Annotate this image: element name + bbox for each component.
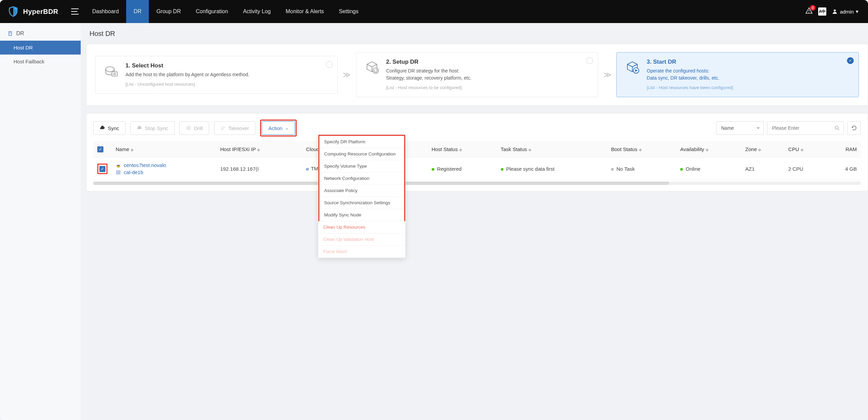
svg-point-1 — [16, 9, 16, 10]
nav-settings[interactable]: Settings — [331, 0, 366, 23]
brand[interactable]: HyperBDR — [0, 6, 66, 17]
action-button[interactable]: Action ⌄ — [262, 121, 295, 135]
svg-marker-25 — [221, 128, 222, 130]
col-host-status[interactable]: Host Status◆ — [428, 141, 497, 158]
filter-field-select[interactable]: Name — [716, 121, 764, 135]
target-icon — [186, 125, 191, 131]
language-switch[interactable]: A中 — [818, 7, 826, 16]
sort-icon: ◆ — [706, 147, 709, 152]
step-select-host[interactable]: 1. Select Host Add the host to the platf… — [95, 56, 338, 94]
status-dot-icon — [432, 168, 434, 171]
refresh-icon — [851, 125, 857, 131]
svg-point-26 — [835, 126, 838, 129]
dd-clean-up-resources[interactable]: Clean Up Resources — [318, 221, 405, 233]
chevron-down-icon: ⌄ — [285, 126, 289, 130]
nav-group-dr[interactable]: Group DR — [149, 0, 188, 23]
linux-icon — [116, 163, 121, 168]
step-check-icon — [847, 57, 854, 64]
svg-rect-5 — [9, 31, 12, 36]
row-checkbox-highlight — [97, 164, 107, 174]
sort-icon: ◆ — [528, 147, 531, 152]
dd-network-configuration[interactable]: Network Configuration — [319, 172, 404, 185]
sort-icon: ◆ — [257, 147, 260, 152]
host-name-link[interactable]: centos7test.novalo — [124, 162, 166, 168]
svg-marker-24 — [224, 126, 225, 128]
step-start-dr[interactable]: 3. Start DR Operate the configured hosts… — [616, 52, 859, 97]
col-ram[interactable]: RAM — [826, 141, 861, 158]
search-icon[interactable] — [834, 125, 840, 131]
dd-specify-volume-type[interactable]: Specify Volume Type — [319, 160, 404, 172]
step-desc: Configure DR strategy for the host: Stra… — [386, 67, 472, 82]
sort-icon: ◆ — [801, 147, 804, 152]
dd-force-abort[interactable]: Force Abort — [318, 246, 405, 258]
search-input[interactable] — [772, 125, 831, 131]
toolbar-card: Sync Stop Sync Drill Takeover Action — [86, 113, 868, 191]
step-desc: Operate the configured hosts: Data sync,… — [647, 67, 733, 82]
user-menu[interactable]: admin ▾ — [832, 8, 859, 15]
col-name[interactable]: Name◆ — [112, 141, 216, 158]
svg-rect-36 — [119, 170, 120, 172]
step-title: 3. Start DR — [647, 59, 733, 65]
step-desc: Add the host to the platform by Agent or… — [125, 71, 250, 78]
dd-clean-up-validation-host[interactable]: Clean Up Validation Host — [318, 233, 405, 246]
cell-host-ip: 192.168.12.167(I — [216, 158, 302, 180]
svg-point-34 — [119, 165, 119, 165]
swap-icon — [220, 125, 226, 131]
nav-configuration[interactable]: Configuration — [188, 0, 235, 23]
setup-icon — [364, 60, 379, 75]
cell-task-status: Please sync data first — [497, 158, 607, 180]
alerts-button[interactable]: 0 — [805, 7, 813, 16]
host-sub-link[interactable]: cal-de1b — [124, 169, 143, 175]
step-setup-dr[interactable]: 2. Setup DR Configure DR strategy for th… — [356, 52, 598, 97]
col-task-status[interactable]: Task Status◆ — [497, 141, 607, 158]
svg-point-3 — [809, 12, 809, 13]
cloud-off-icon — [137, 125, 142, 131]
svg-rect-9 — [11, 33, 11, 34]
dd-modify-sync-node[interactable]: Modify Sync Node — [319, 209, 404, 221]
col-zone[interactable]: Zone◆ — [741, 141, 784, 158]
dd-specify-dr-platform[interactable]: Specify DR Platform — [319, 136, 404, 148]
svg-rect-38 — [119, 173, 120, 174]
takeover-button[interactable]: Takeover — [214, 121, 256, 135]
table-row[interactable]: centos7test.novalo cal-de1b 192.168.12.1… — [93, 158, 861, 180]
svg-rect-8 — [9, 33, 10, 34]
menu-toggle-icon[interactable] — [71, 8, 79, 15]
cell-availability: Online — [676, 158, 741, 180]
horizontal-scrollbar[interactable] — [93, 182, 861, 185]
svg-point-30 — [117, 166, 120, 167]
shield-icon — [7, 6, 19, 17]
svg-line-27 — [838, 129, 839, 130]
refresh-button[interactable] — [847, 121, 861, 135]
svg-rect-7 — [11, 32, 11, 33]
nav-monitor-alerts[interactable]: Monitor & Alerts — [278, 0, 331, 23]
grid-icon — [116, 170, 121, 175]
stop-sync-button[interactable]: Stop Sync — [130, 121, 174, 135]
col-availability[interactable]: Availability◆ — [676, 141, 741, 158]
col-cpu[interactable]: CPU◆ — [784, 141, 826, 158]
col-boot-status[interactable]: Boot Status◆ — [607, 141, 676, 158]
row-checkbox[interactable] — [99, 166, 105, 172]
step-title: 2. Setup DR — [386, 59, 472, 65]
sidebar-item-host-failback[interactable]: Host Failback — [0, 55, 81, 68]
nav-activity-log[interactable]: Activity Log — [236, 0, 278, 23]
host-table: Name◆ Host IP/ESXi IP◆ Cloud Type◆ OS Ty… — [93, 141, 861, 185]
select-all-checkbox[interactable] — [97, 146, 103, 152]
action-highlight: Action ⌄ — [260, 120, 297, 136]
cell-boot-status: No Task — [607, 158, 676, 180]
chevron-down-icon: ▾ — [856, 8, 859, 15]
drill-button[interactable]: Drill — [179, 121, 209, 135]
nav-dashboard[interactable]: Dashboard — [85, 0, 126, 23]
building-icon — [7, 31, 13, 36]
dd-associate-policy[interactable]: Associate Policy — [319, 185, 404, 197]
sidebar-item-host-dr[interactable]: Host DR — [0, 41, 81, 55]
status-dot-icon — [501, 168, 504, 171]
col-host-ip[interactable]: Host IP/ESXi IP◆ — [216, 141, 302, 158]
dd-computing-resource-config[interactable]: Computing Resource Configuration — [319, 148, 404, 160]
sort-icon: ◆ — [639, 147, 642, 152]
svg-point-23 — [188, 127, 189, 129]
nav-dr[interactable]: DR — [126, 0, 149, 23]
dd-source-sync-settings[interactable]: Source Synchronization Settings — [319, 197, 404, 209]
svg-point-33 — [117, 165, 118, 165]
sync-button[interactable]: Sync — [93, 121, 125, 135]
svg-point-10 — [106, 67, 115, 72]
